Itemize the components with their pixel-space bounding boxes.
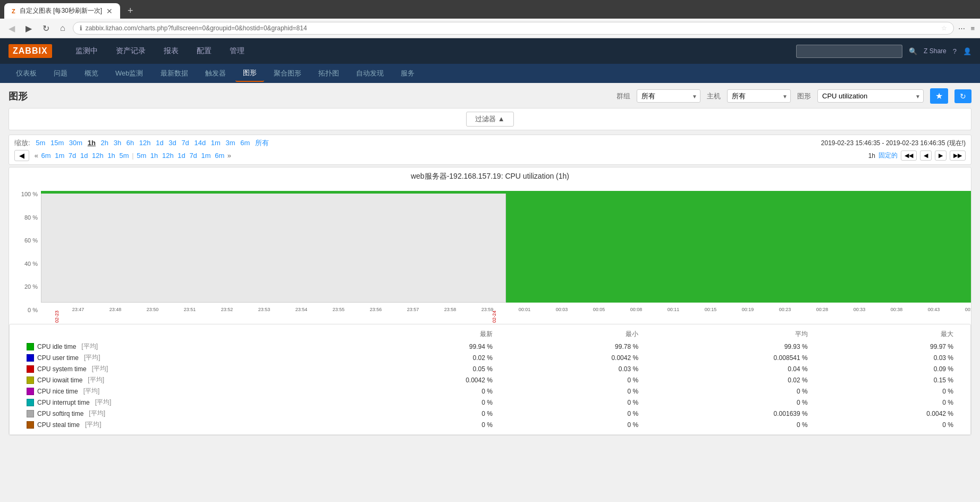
fixed-option-link[interactable]: 固定的	[878, 151, 898, 160]
tab-close-button[interactable]: ✕	[106, 7, 113, 15]
legend-header-max: 最大	[816, 329, 962, 341]
subnav-overview[interactable]: 概览	[77, 65, 106, 81]
zoom-6h[interactable]: 6h	[126, 139, 134, 147]
subnav-graphs[interactable]: 图形	[235, 65, 264, 82]
nav-reports[interactable]: 报表	[156, 42, 186, 60]
subnav-problems[interactable]: 问题	[46, 65, 75, 81]
legend-color-swatch	[27, 376, 34, 384]
subnav-topology[interactable]: 拓扑图	[311, 65, 347, 81]
nav-left-7d[interactable]: 7d	[69, 152, 76, 160]
zoom-1h[interactable]: 1h	[88, 139, 96, 147]
forward-button[interactable]: ▶	[22, 22, 35, 35]
nav-right-1m[interactable]: 1m	[201, 152, 210, 160]
extensions-icon[interactable]: ⋯	[958, 24, 965, 32]
nav-assets[interactable]: 资产记录	[108, 42, 153, 60]
help-icon[interactable]: ?	[953, 47, 957, 55]
filter-toggle-button[interactable]: 过滤器 ▲	[466, 112, 513, 127]
date-label-1: 02-23	[54, 311, 60, 323]
search-icon[interactable]: 🔍	[909, 47, 917, 55]
nav-monitoring[interactable]: 监测中	[68, 42, 105, 60]
refresh-button[interactable]: ↻	[954, 89, 971, 103]
user-icon[interactable]: 👤	[963, 47, 971, 55]
home-button[interactable]: ⌂	[57, 22, 69, 34]
zoom-5m[interactable]: 5m	[36, 139, 45, 147]
nav-right-5m[interactable]: 5m	[137, 152, 146, 160]
nav-prev-button[interactable]: ◀	[14, 150, 29, 161]
nav-left-1m[interactable]: 1m	[55, 152, 64, 160]
legend-color-swatch	[27, 365, 34, 373]
nav-admin[interactable]: 管理	[222, 42, 252, 60]
nav-right-12h[interactable]: 12h	[162, 152, 174, 160]
legend-max: 0.15 %	[816, 374, 962, 386]
zabbix-share-icon[interactable]: Z Share	[924, 47, 947, 55]
zoom-options: 缩放: 5m 15m 30m 1h 2h 3h 6h 12h 1d 3d 7d …	[14, 138, 271, 148]
zoom-14d[interactable]: 14d	[194, 139, 206, 147]
legend-avg-label: [平均]	[81, 342, 98, 351]
address-bar[interactable]: ℹ zabbix.lizhao.com/charts.php?fullscree…	[73, 22, 954, 35]
nav-prev-small[interactable]: ◀◀	[901, 150, 917, 161]
subnav-dashboard[interactable]: 仪表板	[9, 65, 44, 81]
x-label-0038: 00:38	[891, 307, 903, 312]
x-label-0005: 00:05	[593, 307, 605, 312]
group-select[interactable]: 所有	[637, 89, 700, 103]
zabbix-header: ZABBIX 监测中 资产记录 报表 配置 管理 🔍 Z Share ? 👤	[0, 38, 980, 64]
chart-left-green-thin	[41, 191, 506, 194]
nav-left-5m[interactable]: 5m	[119, 152, 129, 160]
legend-min: 0.0042 %	[501, 352, 647, 363]
zoom-3d[interactable]: 3d	[168, 139, 176, 147]
active-tab[interactable]: Z 自定义图表 [每30秒刷新一次] ✕	[4, 3, 120, 19]
nav-left-1h[interactable]: 1h	[107, 152, 115, 160]
legend-item-name: CPU steal time [平均]	[18, 419, 356, 430]
nav-left-1d[interactable]: 1d	[80, 152, 88, 160]
legend-item-name: CPU interrupt time [平均]	[18, 397, 356, 408]
refresh-button[interactable]: ↻	[39, 22, 53, 35]
menu-icon[interactable]: ≡	[970, 24, 975, 32]
subnav-autodiscovery[interactable]: 自动发现	[349, 65, 391, 81]
legend-name-text: CPU softirq time	[37, 410, 83, 417]
zoom-12h[interactable]: 12h	[139, 139, 151, 147]
x-label-2353: 23:53	[258, 307, 271, 312]
nav-next-small[interactable]: ▶▶	[950, 150, 966, 161]
zoom-3h[interactable]: 3h	[114, 139, 121, 147]
nav-right-1d[interactable]: 1d	[178, 152, 185, 160]
nav-prev-step[interactable]: ◀	[920, 150, 932, 161]
zoom-3m[interactable]: 3m	[225, 139, 235, 147]
legend-latest: 0 %	[356, 408, 501, 419]
zoom-1m[interactable]: 1m	[211, 139, 221, 147]
zoom-30m[interactable]: 30m	[69, 139, 82, 147]
nav-next-step[interactable]: ▶	[935, 150, 947, 161]
legend-row: CPU iowait time [平均] 0.0042 % 0 % 0.02 %…	[18, 374, 962, 386]
nav-right-7d[interactable]: 7d	[189, 152, 197, 160]
zoom-7d[interactable]: 7d	[181, 139, 189, 147]
favorites-button[interactable]: ★	[930, 88, 948, 104]
subnav-services[interactable]: 服务	[393, 65, 422, 81]
subnav-web[interactable]: Web监测	[108, 65, 151, 81]
legend-color-swatch	[27, 354, 34, 362]
zoom-2h[interactable]: 2h	[101, 139, 108, 147]
legend-avg: 0.008541 %	[647, 352, 816, 363]
subnav-aggregate[interactable]: 聚合图形	[266, 65, 309, 81]
nav-left-12h[interactable]: 12h	[92, 152, 104, 160]
global-search-input[interactable]	[796, 45, 902, 58]
legend-max: 0 %	[816, 397, 962, 408]
nav-left-6m[interactable]: 6m	[41, 152, 50, 160]
subnav-triggers[interactable]: 触发器	[198, 65, 233, 81]
legend-min: 0 %	[501, 397, 647, 408]
host-select[interactable]: 所有	[727, 89, 791, 103]
legend-item-name: CPU idle time [平均]	[18, 341, 356, 352]
zoom-all[interactable]: 所有	[255, 139, 269, 147]
legend-color-swatch	[27, 421, 34, 429]
new-tab-button[interactable]: +	[123, 3, 138, 19]
back-button[interactable]: ◀	[5, 22, 18, 35]
x-label-2348: 23:48	[109, 307, 122, 312]
zoom-1d[interactable]: 1d	[156, 139, 163, 147]
zoom-6m[interactable]: 6m	[240, 139, 250, 147]
nav-config[interactable]: 配置	[189, 42, 219, 60]
graph-select[interactable]: CPU utilization	[817, 89, 924, 103]
x-label-2358: 23:58	[444, 307, 457, 312]
zoom-15m[interactable]: 15m	[50, 139, 64, 147]
nav-right-1h[interactable]: 1h	[150, 152, 158, 160]
nav-label-left: «	[35, 152, 38, 160]
subnav-latest-data[interactable]: 最新数据	[153, 65, 196, 81]
nav-right-6m[interactable]: 6m	[215, 152, 224, 160]
